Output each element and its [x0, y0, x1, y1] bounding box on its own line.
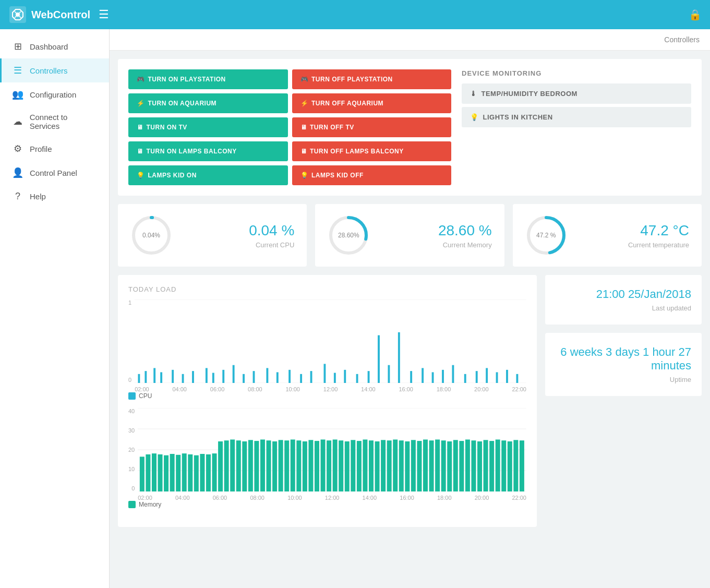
- turn-off-playstation-button[interactable]: 🎮 TURN OFF PLAYSTATION: [292, 69, 452, 89]
- lamps-balcony-off-icon: 🖥: [300, 148, 307, 155]
- svg-rect-91: [375, 441, 380, 491]
- svg-rect-86: [345, 441, 350, 491]
- lamps-balcony-on-icon: 🖥: [137, 148, 143, 155]
- svg-rect-46: [516, 374, 519, 383]
- lamps-kid-off-icon: 💡: [300, 172, 309, 179]
- cpu-chart-area: 02:00 04:00 06:00 08:00 10:00 12:00 14:0…: [135, 299, 526, 392]
- svg-rect-90: [369, 440, 374, 491]
- turn-on-tv-button[interactable]: 🖥 TURN ON TV: [128, 117, 288, 137]
- device-temp-bedroom: 🌡 TEMP/HUMIDITY BEDROOM: [462, 83, 691, 104]
- svg-rect-54: [152, 453, 157, 491]
- svg-rect-101: [435, 439, 440, 491]
- temperature-circle: 47.2 %: [525, 214, 567, 256]
- uptime-card: 6 weeks 3 days 1 hour 27 minutes Uptime: [545, 333, 702, 396]
- svg-rect-34: [388, 365, 390, 383]
- cpu-stat-card: 0.04% 0.04 % Current CPU: [118, 204, 307, 267]
- svg-rect-36: [410, 371, 412, 383]
- svg-rect-53: [146, 454, 151, 491]
- cpu-label: Current CPU: [183, 241, 294, 249]
- sidebar-item-help[interactable]: ? Help: [0, 185, 109, 208]
- svg-rect-15: [182, 374, 184, 383]
- device-temp-bedroom-label: TEMP/HUMIDITY BEDROOM: [482, 90, 577, 98]
- svg-rect-27: [310, 371, 312, 383]
- sidebar-label-help: Help: [30, 192, 46, 201]
- stats-row: 0.04% 0.04 % Current CPU 28.60%: [118, 204, 702, 267]
- dashboard-icon: ⊞: [12, 41, 23, 52]
- sidebar-item-control-panel[interactable]: 👤 Control Panel: [0, 161, 109, 185]
- memory-chart-wrapper: 40 30 20 10 0: [128, 408, 526, 501]
- svg-rect-23: [267, 368, 269, 383]
- svg-rect-96: [405, 441, 410, 491]
- svg-rect-111: [496, 439, 500, 491]
- cpu-chart-svg: [135, 299, 526, 383]
- svg-rect-52: [140, 457, 145, 491]
- svg-rect-43: [486, 368, 488, 383]
- lamps-kid-on-icon: 💡: [137, 172, 145, 179]
- cpu-y-labels: 1 0: [128, 299, 135, 392]
- sidebar-item-controllers[interactable]: ☰ Controllers: [0, 58, 109, 82]
- svg-rect-13: [160, 372, 162, 383]
- breadcrumb: Controllers: [110, 29, 710, 51]
- turn-off-aquarium-button[interactable]: ⚡ TURN OFF AQUARIUM: [292, 93, 452, 113]
- temperature-label: Current temperature: [577, 241, 689, 249]
- sidebar-item-configuration[interactable]: 👥 Configuration: [0, 82, 109, 106]
- sidebar-label-controllers: Controllers: [30, 66, 68, 75]
- svg-rect-108: [477, 441, 482, 491]
- ps-off-icon: 🎮: [300, 76, 309, 83]
- turn-on-aquarium-button[interactable]: ⚡ TURN ON AQUARIUM: [128, 93, 288, 113]
- sidebar-label-profile: Profile: [30, 145, 52, 153]
- aquarium-off-label: TURN OFF AQUARIUM: [311, 100, 383, 107]
- svg-rect-17: [206, 368, 208, 383]
- svg-rect-29: [334, 373, 336, 383]
- svg-rect-57: [170, 454, 175, 491]
- memory-legend-dot: [128, 501, 136, 508]
- header: WebControl ☰ 🔒: [0, 0, 710, 29]
- sidebar-item-profile[interactable]: ⚙ Profile: [0, 137, 109, 161]
- cpu-stat-info: 0.04 % Current CPU: [183, 222, 294, 249]
- lamps-balcony-on-label: TURN ON LAMPS BALCONY: [147, 148, 237, 155]
- svg-rect-55: [158, 454, 163, 491]
- sidebar-item-dashboard[interactable]: ⊞ Dashboard: [0, 34, 109, 58]
- last-updated-value: 21:00 25/Jan/2018: [556, 287, 691, 301]
- sidebar-item-connect-to-services[interactable]: ☁ Connect to Services: [0, 106, 109, 137]
- cpu-legend-dot: [128, 392, 136, 400]
- turn-on-lamps-balcony-button[interactable]: 🖥 TURN ON LAMPS BALCONY: [128, 141, 288, 161]
- svg-rect-95: [399, 440, 404, 491]
- memory-stat-card: 28.60% 28.60 % Current Memory: [315, 204, 504, 267]
- turn-on-playstation-button[interactable]: 🎮 TURN ON PLAYSTATION: [128, 69, 288, 89]
- svg-rect-35: [398, 332, 400, 383]
- bottom-row: TODAY LOAD 1 0: [118, 275, 702, 527]
- svg-rect-88: [357, 441, 362, 491]
- svg-rect-89: [363, 439, 368, 491]
- thermometer-icon: 🌡: [470, 90, 477, 98]
- svg-rect-97: [411, 440, 416, 491]
- svg-rect-44: [496, 372, 498, 383]
- main-content: Controllers 🎮 TURN ON PLAYSTATION 🎮 TURN…: [110, 29, 710, 588]
- lamps-kid-off-button[interactable]: 💡 LAMPS KID OFF: [292, 165, 452, 185]
- svg-rect-104: [453, 440, 458, 491]
- svg-rect-56: [164, 455, 169, 491]
- svg-rect-69: [243, 441, 247, 491]
- device-lights-kitchen: 💡 LIGHTS IN KITCHEN: [462, 107, 691, 127]
- svg-rect-78: [297, 440, 302, 491]
- svg-rect-110: [489, 441, 494, 491]
- turn-off-tv-button[interactable]: 🖥 TURN OFF TV: [292, 117, 452, 137]
- device-lights-kitchen-label: LIGHTS IN KITCHEN: [483, 113, 553, 121]
- hamburger-menu[interactable]: ☰: [99, 8, 109, 21]
- chart-panel: TODAY LOAD 1 0: [118, 275, 537, 527]
- svg-rect-83: [327, 440, 331, 491]
- svg-rect-22: [253, 371, 255, 383]
- temperature-circle-label: 47.2 %: [536, 232, 556, 239]
- svg-rect-38: [432, 372, 434, 383]
- turn-off-lamps-balcony-button[interactable]: 🖥 TURN OFF LAMPS BALCONY: [292, 141, 452, 161]
- svg-rect-24: [276, 372, 279, 383]
- cpu-legend-label: CPU: [139, 392, 152, 400]
- configuration-icon: 👥: [12, 89, 23, 100]
- svg-rect-112: [501, 440, 506, 491]
- svg-rect-115: [520, 440, 524, 491]
- svg-rect-32: [368, 371, 370, 383]
- ps-on-icon: 🎮: [137, 76, 145, 83]
- lamps-kid-on-button[interactable]: 💡 LAMPS KID ON: [128, 165, 288, 185]
- svg-rect-102: [441, 440, 446, 491]
- svg-rect-74: [272, 441, 277, 491]
